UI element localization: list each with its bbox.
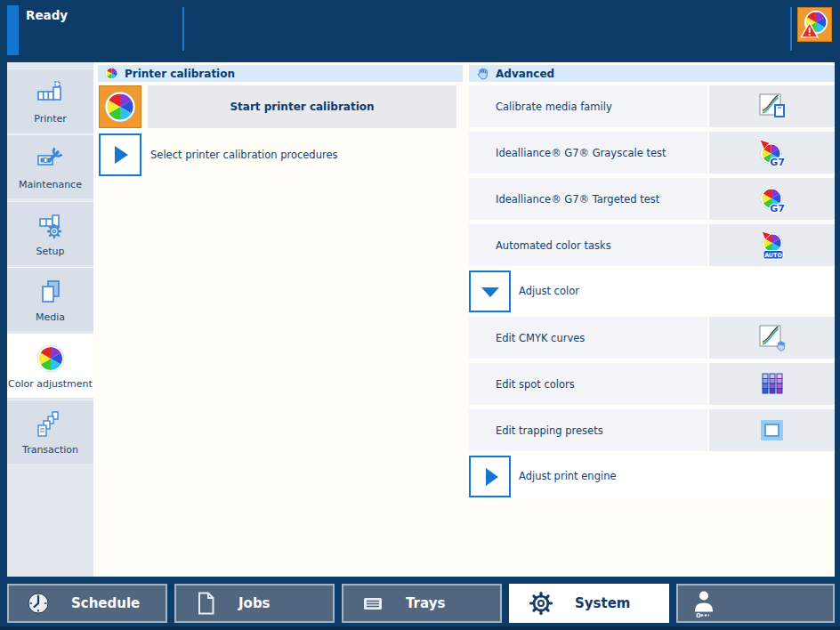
row-label: Adjust print engine	[519, 456, 617, 497]
sidebar-item-label: Printer	[34, 113, 67, 125]
tab-label: Trays	[406, 595, 445, 611]
expand-button[interactable]	[469, 456, 511, 497]
row-automated-color-tasks[interactable]: Automated color tasks AUTO	[469, 224, 835, 266]
play-triangle-icon	[478, 464, 503, 489]
printer-calibration-header: Printer calibration	[98, 65, 463, 82]
row-label: Idealliance® G7® Targeted test	[496, 193, 659, 206]
auto-badge: AUTO	[764, 252, 782, 259]
row-adjust-print-engine[interactable]: Adjust print engine	[469, 456, 835, 497]
tab-schedule[interactable]: Schedule	[7, 584, 167, 623]
printer-icon	[36, 78, 66, 109]
sidebar-item-setup[interactable]: Setup	[7, 201, 93, 265]
media-icon	[36, 277, 66, 307]
tab-label: System	[575, 595, 630, 611]
status-bar: Ready	[0, 0, 840, 62]
clock-icon	[25, 590, 52, 617]
color-wheel-icon	[104, 91, 136, 123]
tab-trays[interactable]: Trays	[342, 584, 502, 623]
row-label: Calibrate media family	[496, 101, 612, 113]
row-label: Edit trapping presets	[496, 424, 603, 437]
user-login-button[interactable]	[676, 584, 835, 623]
spot-colors-icon	[757, 369, 788, 400]
sidebar-item-label: Color adjustment	[8, 378, 93, 390]
hand-icon	[476, 67, 489, 80]
tray-icon	[359, 590, 386, 617]
row-edit-spot-colors[interactable]: Edit spot colors	[469, 363, 835, 405]
statusbar-divider	[790, 7, 792, 51]
sidebar-item-media[interactable]: Media	[7, 267, 93, 331]
triangle-down-icon	[478, 279, 503, 304]
color-warning-button[interactable]	[797, 7, 832, 42]
advanced-header: Advanced	[469, 65, 835, 82]
sidebar-item-color-adjustment[interactable]: Color adjustment	[7, 334, 93, 398]
select-procedures-label: Select printer calibration procedures	[150, 133, 337, 176]
row-g7-targeted-test[interactable]: Idealliance® G7® Targeted test G7	[469, 178, 835, 220]
row-label: Adjust color	[519, 271, 579, 312]
auto-color-icon: AUTO	[757, 230, 788, 261]
sidebar-item-printer[interactable]: Printer	[7, 69, 93, 133]
panel-title: Advanced	[496, 68, 554, 80]
row-label: Edit spot colors	[496, 378, 575, 391]
sidebar-item-maintenance[interactable]: Maintenance	[7, 134, 93, 198]
trapping-icon	[757, 416, 788, 446]
cmyk-curves-icon	[757, 323, 788, 353]
row-calibrate-media-family[interactable]: Calibrate media family	[469, 85, 835, 127]
bottom-nav: Schedule Jobs Trays	[0, 577, 840, 630]
user-key-icon	[689, 588, 719, 618]
screen-bottom-edge	[0, 626, 840, 630]
start-printer-calibration-button[interactable]: Start printer calibration	[148, 85, 456, 128]
tab-label: Jobs	[238, 595, 271, 611]
sidebar: Printer Maintenance	[7, 62, 93, 577]
row-edit-trapping-presets[interactable]: Edit trapping presets	[469, 409, 835, 451]
g7-targeted-icon: G7	[757, 184, 788, 214]
maintenance-icon	[36, 144, 66, 174]
select-procedures-expand-button[interactable]	[99, 133, 141, 176]
row-label: Edit CMYK curves	[496, 332, 585, 344]
sidebar-item-label: Maintenance	[19, 179, 82, 190]
transaction-icon	[36, 409, 66, 440]
row-label: Idealliance® G7® Grayscale test	[496, 147, 666, 159]
content-area: Printer calibration Start printer calibr…	[93, 62, 835, 577]
tab-label: Schedule	[71, 595, 140, 611]
g7-badge: G7	[770, 157, 785, 168]
collapse-button[interactable]	[469, 271, 511, 312]
start-calibration-icon-button[interactable]	[99, 85, 141, 128]
panel-title: Printer calibration	[125, 68, 235, 80]
tab-jobs[interactable]: Jobs	[174, 584, 335, 623]
statusbar-divider	[182, 7, 184, 51]
sidebar-item-transaction[interactable]: Transaction	[7, 400, 93, 464]
sidebar-item-label: Transaction	[22, 444, 78, 456]
calibrate-media-icon	[757, 92, 788, 122]
status-accent-bar	[7, 5, 19, 55]
row-g7-grayscale-test[interactable]: Idealliance® G7® Grayscale test G7	[469, 132, 835, 174]
color-wheel-icon	[36, 343, 66, 374]
gear-icon	[527, 589, 555, 618]
printer-control-screen: Ready Printer	[0, 0, 840, 630]
row-label: Automated color tasks	[496, 239, 611, 252]
play-triangle-icon	[107, 141, 133, 168]
row-adjust-color[interactable]: Adjust color	[469, 271, 835, 312]
sidebar-item-label: Setup	[36, 246, 64, 257]
g7-badge: G7	[770, 203, 785, 214]
document-icon	[192, 590, 219, 617]
sidebar-item-label: Media	[36, 311, 65, 323]
color-wheel-icon	[105, 67, 118, 80]
setup-icon	[36, 211, 66, 241]
printer-status-text: Ready	[26, 8, 68, 22]
color-wheel-warning-icon	[798, 8, 831, 41]
g7-grayscale-icon: G7	[757, 138, 788, 168]
tab-system[interactable]: System	[509, 584, 669, 623]
row-edit-cmyk-curves[interactable]: Edit CMYK curves	[469, 317, 835, 359]
